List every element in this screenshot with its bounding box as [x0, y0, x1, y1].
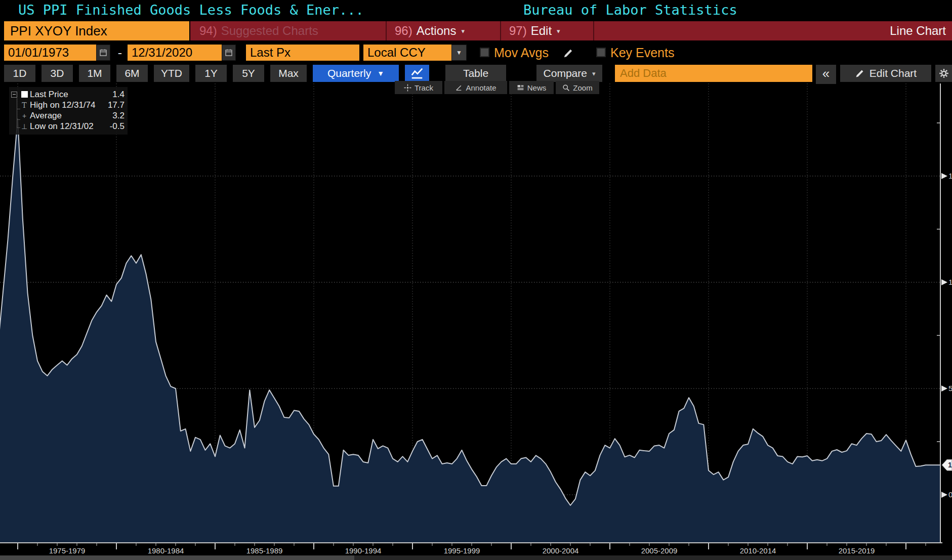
zoom-button[interactable]: Zoom [556, 81, 599, 94]
legend-label: High on 12/31/74 [30, 100, 108, 110]
y-axis-label: 0 [948, 490, 952, 499]
y-axis-arrow-marker [941, 173, 947, 179]
price-field-selector[interactable]: Last Px [246, 45, 359, 61]
annotate-label: Annotate [466, 83, 496, 92]
chart-type-label: Line Chart [890, 21, 946, 40]
menubar-divider [386, 21, 387, 40]
actions-menu-button[interactable]: 96) Actions ▾ [395, 21, 465, 40]
y-axis-label: 15 [948, 171, 952, 180]
tab-range-3d[interactable]: 3D [42, 65, 73, 82]
legend-row-high[interactable]: T High on 12/31/74 17.7 [11, 100, 125, 110]
suggested-charts-button[interactable]: 94) Suggested Charts [199, 21, 318, 40]
suggested-charts-number: 94) [199, 24, 217, 38]
mov-avgs-label: Mov Avgs [494, 45, 549, 61]
end-date-field[interactable]: 12/31/2020 [128, 45, 222, 61]
tab-range-max[interactable]: Max [270, 65, 307, 82]
chevron-down-icon: ▾ [557, 27, 560, 35]
edit-chart-label: Edit Chart [870, 67, 917, 79]
news-icon [517, 84, 524, 92]
menubar-divider [593, 21, 594, 40]
x-axis-label: 2015-2019 [839, 546, 875, 555]
legend-row-low[interactable]: ⊥ Low on 12/31/02 -0.5 [11, 121, 125, 132]
actions-number: 96) [395, 24, 412, 38]
legend-label: Low on 12/31/02 [30, 121, 110, 132]
annotate-icon [455, 84, 463, 92]
tab-range-6m[interactable]: 6M [116, 65, 148, 82]
high-marker-icon: T [19, 101, 30, 109]
mov-avgs-checkbox[interactable] [480, 48, 489, 57]
y-axis-arrow-marker [941, 492, 947, 498]
legend-row-last-price[interactable]: Last Price 1.4 [11, 89, 125, 100]
x-axis-label: 2000-2004 [543, 546, 579, 555]
last-price-badge-value: 1.4 [948, 461, 952, 469]
calendar-glyph [99, 49, 107, 57]
actions-label: Actions [417, 24, 457, 38]
edit-chart-button[interactable]: Edit Chart [840, 65, 931, 82]
currency-selector[interactable]: Local CCY [363, 45, 451, 61]
chevron-down-icon: ▼ [456, 49, 462, 56]
security-ticker-box[interactable]: PPI XYOY Index [4, 21, 189, 40]
y-axis-arrow-marker [941, 279, 947, 285]
pencil-icon[interactable] [563, 48, 574, 61]
legend-value: -0.5 [110, 121, 125, 132]
annotate-button[interactable]: Annotate [444, 81, 507, 94]
calendar-icon[interactable] [96, 45, 110, 61]
calendar-glyph [225, 49, 233, 57]
start-date-field[interactable]: 01/01/1973 [4, 45, 96, 61]
key-events-checkbox[interactable] [596, 48, 606, 57]
track-label: Track [415, 83, 433, 92]
x-axis-label: 1990-1994 [345, 546, 382, 555]
gear-icon [938, 68, 949, 79]
x-axis-label: 1985-1989 [246, 546, 283, 555]
key-events-label: Key Events [610, 45, 674, 61]
legend-value: 17.7 [108, 100, 125, 110]
chevron-down-icon: ▾ [461, 27, 465, 35]
legend-value: 3.2 [112, 111, 125, 121]
tab-range-1m[interactable]: 1M [79, 65, 110, 82]
x-axis-label: 1995-1999 [444, 546, 480, 555]
y-axis-label: 10 [948, 278, 952, 286]
collapse-tree-icon[interactable] [11, 92, 17, 98]
tab-range-1y[interactable]: 1Y [195, 65, 227, 82]
x-axis-label: 1980-1984 [148, 546, 184, 555]
track-crosshair-icon [404, 84, 411, 92]
menubar: 94) Suggested Charts 96) Actions ▾ 97) E… [190, 21, 952, 40]
track-button[interactable]: Track [395, 81, 442, 94]
news-label: News [527, 83, 547, 92]
tab-range-ytd[interactable]: YTD [154, 65, 189, 82]
collapse-panel-button[interactable]: « [816, 65, 836, 84]
chevron-down-icon: ▼ [377, 69, 384, 77]
legend-value: 1.4 [112, 90, 125, 100]
chevron-down-icon: ▾ [592, 70, 596, 77]
compare-dropdown[interactable]: Compare ▾ [536, 65, 602, 82]
suggested-charts-label: Suggested Charts [221, 24, 318, 38]
tab-range-1d[interactable]: 1D [4, 65, 35, 82]
add-data-input[interactable] [615, 65, 812, 82]
chart-settings-button[interactable] [935, 65, 952, 82]
magnifier-icon [562, 84, 570, 92]
average-marker-icon: + [19, 112, 30, 120]
edit-menu-button[interactable]: 97) Edit ▾ [509, 21, 560, 40]
chart-legend[interactable]: Last Price 1.4 T High on 12/31/74 17.7 +… [9, 87, 128, 135]
y-axis-label: 5 [948, 384, 952, 393]
news-button[interactable]: News [509, 81, 554, 94]
currency-dropdown-button[interactable]: ▼ [451, 45, 467, 61]
legend-row-average[interactable]: + Average 3.2 [11, 110, 125, 121]
calendar-icon[interactable] [222, 45, 236, 61]
series-swatch [19, 91, 30, 98]
series-area [0, 119, 940, 543]
zoom-label: Zoom [573, 83, 592, 92]
periodicity-dropdown[interactable]: Quarterly ▼ [313, 65, 399, 82]
edit-number: 97) [509, 24, 527, 38]
x-axis-label: 2010-2014 [740, 546, 776, 555]
low-marker-icon: ⊥ [19, 122, 30, 131]
tab-range-5y[interactable]: 5Y [233, 65, 264, 82]
line-chart-style-button[interactable] [405, 65, 429, 82]
periodicity-label: Quarterly [327, 67, 371, 79]
date-range-dash: - [115, 45, 125, 61]
y-axis-arrow-marker [941, 385, 947, 392]
pencil-glyph [563, 48, 574, 59]
x-axis-label: 2005-2009 [641, 546, 678, 555]
table-button[interactable]: Table [445, 65, 506, 82]
edit-label: Edit [531, 24, 552, 38]
